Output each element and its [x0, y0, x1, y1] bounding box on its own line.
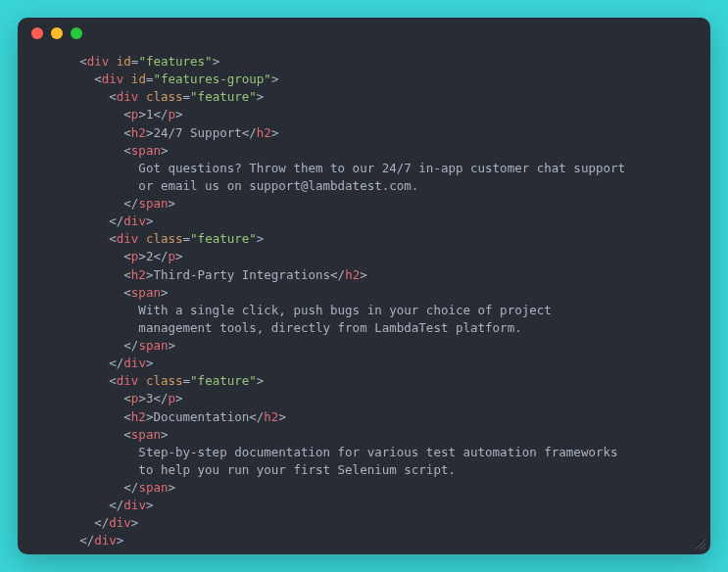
code-token: </ — [123, 338, 138, 353]
code-line: <span> — [35, 426, 693, 444]
code-token: > — [360, 267, 367, 282]
code-token — [138, 89, 146, 104]
code-line: </div> — [35, 497, 693, 514]
code-token: span — [131, 143, 161, 158]
code-line: </div> — [35, 213, 693, 230]
code-token: h2 — [264, 409, 278, 424]
code-token: </ — [153, 107, 168, 121]
code-line: <div class="feature"> — [35, 88, 693, 106]
code-token: h2 — [257, 125, 271, 140]
code-token: > — [271, 72, 279, 86]
code-token: < — [123, 125, 131, 140]
code-line: </span> — [35, 479, 693, 497]
code-token: > — [278, 409, 286, 424]
code-token: > — [161, 285, 169, 300]
code-line: With a single click, push bugs in your c… — [35, 302, 693, 319]
code-token — [138, 373, 146, 388]
window-titlebar — [18, 18, 710, 49]
code-token: p — [169, 391, 176, 405]
code-token: div — [109, 515, 131, 530]
code-line: <h2>Documentation</h2> — [35, 408, 693, 426]
code-token: </ — [242, 125, 257, 140]
code-token — [138, 231, 146, 246]
code-token: "feature" — [190, 231, 257, 246]
code-token: < — [109, 231, 117, 246]
code-token: to help you run your first Selenium scri… — [138, 462, 456, 477]
code-token: </ — [79, 533, 94, 548]
code-line: <h2>Third-Party Integrations</h2> — [35, 266, 693, 284]
code-line: <p>2</p> — [35, 248, 693, 265]
code-token: < — [123, 107, 131, 121]
code-token: 24/7 Support — [153, 125, 241, 140]
code-line: <span> — [35, 142, 693, 160]
code-token: > — [257, 231, 265, 246]
code-line: <p>3</p> — [35, 390, 693, 407]
code-token: > — [271, 125, 279, 140]
code-line: <div class="feature"> — [35, 230, 693, 248]
code-token: </ — [94, 515, 109, 530]
code-token: > — [213, 54, 220, 69]
code-token: span — [138, 480, 168, 495]
code-token: or email us on support@lambdatest.com. — [138, 178, 418, 193]
maximize-icon[interactable] — [71, 27, 82, 39]
code-token: div — [87, 54, 110, 69]
code-token: < — [94, 72, 102, 86]
code-line: <div id="features"> — [35, 53, 693, 71]
code-token: > — [175, 107, 183, 121]
resize-handle-icon[interactable] — [693, 537, 706, 550]
code-token: > — [146, 356, 154, 370]
close-icon[interactable] — [31, 27, 43, 39]
code-token: span — [138, 196, 168, 211]
code-token: > — [168, 480, 175, 495]
code-token: > — [175, 249, 183, 263]
code-token: < — [123, 267, 131, 282]
code-token: </ — [153, 391, 168, 405]
code-token: h2 — [131, 267, 146, 282]
code-token: p — [169, 249, 176, 263]
code-token: "features" — [138, 54, 212, 69]
code-token: div — [117, 373, 139, 388]
code-token: class — [146, 89, 183, 104]
code-token: p — [169, 107, 176, 121]
code-token: < — [79, 54, 87, 69]
code-token: </ — [123, 480, 138, 495]
code-token: = — [183, 89, 191, 104]
code-token: </ — [153, 249, 168, 263]
code-line: <div class="feature"> — [35, 372, 693, 390]
code-token: </ — [109, 214, 123, 228]
code-token: > — [146, 214, 154, 228]
code-token: > — [168, 196, 175, 211]
code-token: With a single click, push bugs in your c… — [138, 303, 551, 317]
code-token: span — [131, 427, 161, 442]
code-token: Third-Party Integrations — [153, 267, 330, 282]
code-token: class — [146, 231, 183, 246]
code-token: > — [175, 391, 183, 405]
code-line: or email us on support@lambdatest.com. — [35, 177, 693, 195]
code-token: span — [138, 338, 168, 353]
code-token: > — [146, 498, 154, 512]
code-token: < — [123, 143, 131, 158]
minimize-icon[interactable] — [51, 27, 63, 39]
code-token: "feature" — [190, 373, 257, 388]
svg-line-2 — [704, 548, 705, 549]
code-token: < — [123, 285, 131, 300]
code-token — [109, 54, 117, 69]
code-line: management tools, directly from LambdaTe… — [35, 319, 693, 337]
code-token: > — [161, 143, 169, 158]
code-token: > — [117, 533, 124, 548]
code-token: id — [117, 54, 131, 69]
code-token: </ — [249, 409, 264, 424]
code-line: </div> — [35, 355, 693, 372]
code-token: id — [131, 72, 146, 86]
code-token: span — [131, 285, 161, 300]
code-token: > — [257, 373, 265, 388]
code-area[interactable]: <div id="features"> <div id="features-gr… — [18, 49, 710, 554]
code-token: div — [123, 498, 146, 512]
code-token: div — [117, 231, 139, 246]
code-token: > — [168, 338, 175, 353]
code-token: h2 — [345, 267, 360, 282]
code-line: <h2>24/7 Support</h2> — [35, 124, 693, 142]
code-token: Step-by-step documentation for various t… — [138, 445, 617, 459]
code-line: to help you run your first Selenium scri… — [35, 461, 693, 479]
code-token: div — [94, 533, 117, 548]
